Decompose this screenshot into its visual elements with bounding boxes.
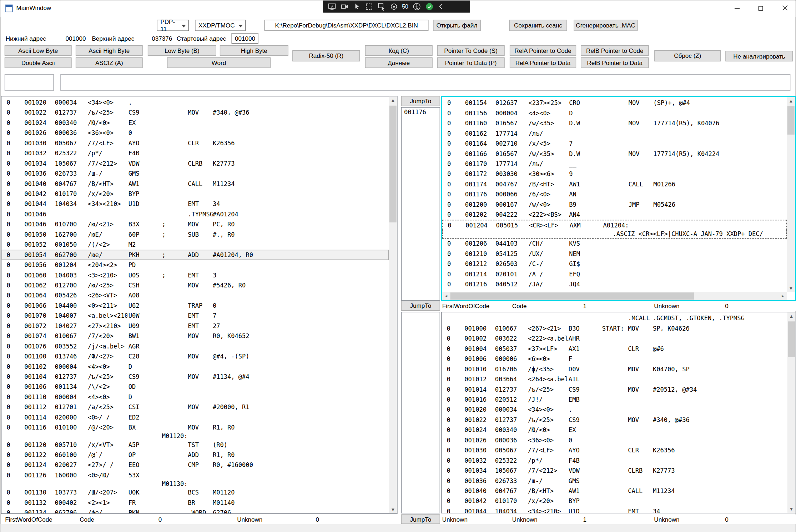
listing-row[interactable]: 0 001004 005037 <37><LF> AX1 CLR @#6 <box>442 344 787 354</box>
listing-row[interactable]: 0 001032 025322 /p*/ F4B <box>1 148 389 158</box>
listing-row[interactable]: 0 001104 012737 /ъ/<25> CS9 MOV #1134, @… <box>1 372 389 382</box>
generate-mac-button[interactable]: Сгенерировать .MAC <box>574 20 638 31</box>
jumpto-button-top[interactable]: JumpTo <box>401 96 440 106</box>
listing-row[interactable]: 0 001170 177714 /лъ/ __ <box>442 159 787 169</box>
maximize-button[interactable] <box>749 0 773 16</box>
close-button[interactable] <box>773 0 796 16</box>
scrollbar-thumb[interactable] <box>787 106 795 135</box>
listing-row[interactable]: 0 001010 016706 /ф/<35> D0V MOV K04700, … <box>442 364 787 374</box>
mark-pointer-to-code-button[interactable]: Pointer To Code (S) <box>437 45 505 56</box>
listing-row[interactable]: 0 001072 104027 <27><210> U09 EMT 27 <box>1 321 389 331</box>
scroll-down-icon[interactable]: ▼ <box>787 284 795 292</box>
listing-row[interactable]: 0 001006 000006 <6><0> F <box>442 354 787 364</box>
cursor-icon[interactable] <box>353 2 361 11</box>
scrollbar-thumb[interactable] <box>389 106 397 222</box>
listing-row[interactable]: 0 001022 012737 /ъ/<25> CS9 MOV #340, @#… <box>442 415 787 425</box>
listing-row[interactable]: 0 001024 000340 /Ю/<0> EX <box>442 425 787 435</box>
mark-no-analyze-button[interactable]: Не анализировать <box>725 51 793 61</box>
listing-row[interactable]: M01120: <box>1 433 389 440</box>
listing-row[interactable]: 0 001156 000004 <4><0> D <box>442 108 787 118</box>
scroll-left-icon[interactable]: ◄ <box>442 292 450 300</box>
listing-row[interactable]: 0 001204 005015 <CR><LF> AXM A01204: <box>442 220 787 230</box>
save-session-button[interactable]: Сохранить сеанс <box>509 20 567 31</box>
listing-row[interactable]: 0 001126 160000 <0>/Ю/ 53X <box>1 470 389 480</box>
listing-row[interactable]: 0 001206 044103 /CH/ KVS <box>442 239 787 249</box>
minimize-button[interactable] <box>725 0 749 16</box>
listing-row[interactable]: 0 001030 005067 /7/<LF> AYO CLR K26356 <box>1 138 389 148</box>
listing-row[interactable]: 0 001074 010067 /7/<20> BW1 MOV R0, K046… <box>1 331 389 341</box>
mark-reset-button[interactable]: Сброс (Z) <box>654 50 721 61</box>
listing-row[interactable]: .ASCIZ <CR><LF>|CHUXC-A JAN-79 XXDP+ DEC… <box>442 230 787 239</box>
mark-pointer-to-data-button[interactable]: Pointer To Data (P) <box>437 57 505 68</box>
vertical-scrollbar[interactable]: ▲ ▼ <box>787 312 796 513</box>
listing-row[interactable]: 0 001030 005067 /7/<LF> AYO CLR K26356 <box>442 445 787 455</box>
accessibility-icon[interactable] <box>413 2 421 11</box>
listing-row[interactable]: 0 001062 012700 /ю/<25> CSH MOV #5426, R… <box>1 280 389 290</box>
region-select-icon[interactable] <box>378 2 386 11</box>
listing-row[interactable]: 0 001022 012737 /ъ/<25> CS9 MOV #340, @#… <box>1 108 389 118</box>
listing-row[interactable]: 0 001130 103773 /Ш/<207> UOK BCS M01120 <box>1 487 389 497</box>
listing-row[interactable]: 0 001212 026503 /C-/ GI$ <box>442 259 787 269</box>
scroll-up-icon[interactable]: ▲ <box>787 312 796 320</box>
listing-row[interactable]: 0 001040 004767 /В/<HT> AW1 CALL M11234 <box>1 179 389 189</box>
listing-row[interactable]: 0 001036 026733 /ш-/ GMS <box>1 169 389 179</box>
listing-row[interactable]: 0 001172 003030 <30><6> 9 <box>442 169 787 179</box>
mark-rela-pointer-to-data-button[interactable]: RelA Pointer to Data <box>510 57 576 68</box>
listing-row[interactable]: 0 001174 004767 /В/<HT> AW1 CALL M01266 <box>442 179 787 189</box>
scroll-up-icon[interactable]: ▲ <box>389 96 397 104</box>
listing-row[interactable]: 0 001124 020027 <27>/ / EEO CMP R0, #160… <box>1 460 389 470</box>
listing-row[interactable]: 0 001012 003664 <264><a.bel> AIL <box>442 374 787 384</box>
listing-row[interactable]: 0 001016 020512 /J!/ EMB <box>442 395 787 405</box>
listing-row[interactable]: 0 001000 010667 <267><21> B3O START: MOV… <box>442 323 787 333</box>
listing-row[interactable]: 0 001002 003622 <222><a.bel> AHR <box>442 333 787 343</box>
listing-row[interactable]: 0 001042 010170 /x/<20> BYP <box>1 189 389 199</box>
listing-row[interactable]: 0 001134 062706 /фе/ PKN .WORD 62706 <box>1 508 389 513</box>
listing-row[interactable]: 0 001056 001204 <204><2> PD <box>1 260 389 270</box>
mark-relb-pointer-to-code-button[interactable]: RelB Pointer to Code <box>581 45 649 56</box>
listing-row[interactable]: .MCALL .GCMDST, .GTOKEN, .TYPMSG <box>442 313 787 323</box>
listing-row[interactable]: 0 001034 105067 /7/<212> VDW CLRB K27773 <box>1 159 389 169</box>
success-check-icon[interactable] <box>425 2 434 11</box>
listing-row[interactable]: 0 001044 104034 <34><210> U1D EMT 34 <box>1 199 389 209</box>
scroll-right-icon[interactable]: ► <box>779 292 787 300</box>
mark-double-ascii-button[interactable]: Double Ascii <box>5 57 72 68</box>
listing-row[interactable]: 0 001162 177714 /лъ/ __ <box>442 129 787 139</box>
mark-code-button[interactable]: Код (C) <box>365 45 433 56</box>
listing-row[interactable]: 0 001014 012737 /ъ/<25> CS9 MOV #20512, … <box>442 385 787 395</box>
listing-row[interactable]: 0 001220 026516 /N-/ GI8 <box>442 290 787 292</box>
mark-radix50-button[interactable]: Radix-50 (R) <box>292 50 360 61</box>
camera-icon[interactable] <box>341 2 349 11</box>
scroll-down-icon[interactable]: ▼ <box>787 505 796 513</box>
scroll-up-icon[interactable]: ▲ <box>787 97 795 105</box>
listing-row[interactable]: 0 001020 000034 <34><0> . <box>442 405 787 415</box>
mark-relb-pointer-to-data-button[interactable]: RelB Pointer to Data <box>581 57 649 68</box>
listing-row[interactable]: 0 001102 000004 <4><0> D <box>1 362 389 372</box>
listing-row[interactable]: 0 001100 013746 /Ф/<27> C28 MOV @#4, -(S… <box>1 351 389 361</box>
listing-row[interactable]: 0 001200 000167 /w/<0> B9 JMP M05426 <box>442 200 787 210</box>
horizontal-scrollbar[interactable]: ◄ ► <box>442 292 787 300</box>
listing-row[interactable]: 0 001054 062700 /юе/ PKH ; ADD #A01204, … <box>1 250 389 260</box>
listing-row[interactable]: 0 001050 162700 /юЕ/ 60P ; SUB #., R0 <box>1 230 389 240</box>
listing-row[interactable]: 0 001060 104003 <3><210> U0S ; EMT 3 <box>1 270 389 280</box>
listing-row[interactable]: 0 001020 000034 <34><0> . <box>1 97 389 107</box>
listing-row[interactable]: 0 001066 104400 <0><211> U62 TRAP 0 <box>1 301 389 311</box>
listing-row[interactable]: 0 001040 004767 /В/<HT> AW1 CALL M11234 <box>442 486 787 496</box>
mark-ascii-high-byte-button[interactable]: Ascii High Byte <box>76 45 143 56</box>
filter-box-small[interactable] <box>5 74 54 91</box>
listing-row[interactable]: 0 001042 010170 /x/<20> BYP <box>442 496 787 506</box>
listing-row[interactable]: 0 001076 003552 /j/<a.bel> AGR <box>1 341 389 351</box>
screen-draw-icon[interactable] <box>328 2 336 11</box>
file-path-input[interactable] <box>265 20 428 31</box>
jumpto-item[interactable]: 001176 <box>402 108 440 117</box>
vertical-scrollbar[interactable]: ▲ ▼ <box>787 97 795 292</box>
mark-asciz-button[interactable]: ASCIZ (A) <box>76 57 143 68</box>
listing-row[interactable]: 0 001046 010700 /ю/<21> B3X ; MOV PC, R0 <box>1 219 389 229</box>
open-file-button[interactable]: Открыть файл <box>433 20 481 31</box>
filter-box-wide[interactable] <box>60 74 790 91</box>
listing-row[interactable]: 0 001202 004222 <222><BS> AN4 <box>442 210 787 220</box>
listing-row[interactable]: 0 001070 104007 <a.bel><210> U0W EMT 7 <box>1 311 389 321</box>
mark-high-byte-button[interactable]: High Byte <box>220 45 288 56</box>
scrollbar-thumb[interactable] <box>450 292 694 300</box>
listing-row[interactable]: 0 001114 020000 <0>/ / ED2 <box>1 412 389 422</box>
listing-row[interactable]: 0 001112 012701 /a/<25> CSI MOV #20000, … <box>1 402 389 412</box>
